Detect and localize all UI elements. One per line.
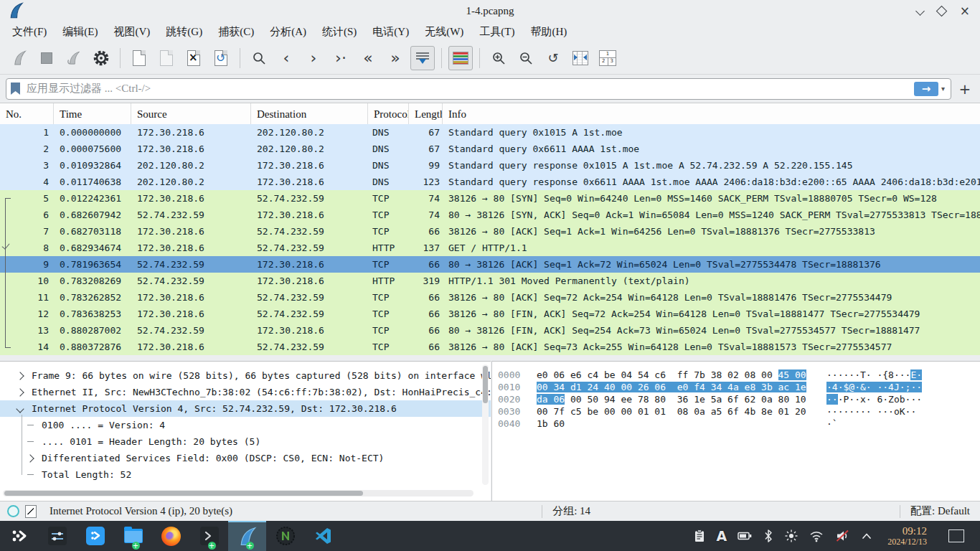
detail-row-ipv4-selected[interactable]: Internet Protocol Version 4, Src: 52.74.… [0, 400, 491, 417]
column-header-info[interactable]: Info [443, 103, 980, 125]
detail-row-total-length[interactable]: Total Length: 52 [0, 466, 491, 483]
clock[interactable]: 09:12 2024/12/13 [887, 526, 927, 546]
colorize-button[interactable] [448, 46, 473, 70]
expander-icon[interactable] [26, 454, 34, 462]
expander-icon[interactable] [16, 405, 24, 413]
filter-dropdown-caret-icon[interactable]: ▾ [941, 85, 945, 93]
packet-row-12[interactable]: 120.783638253172.30.218.652.74.232.59TCP… [0, 306, 980, 322]
menu-view[interactable]: 视图(V) [106, 22, 159, 41]
go-back-button[interactable]: ‹ [274, 46, 298, 70]
packet-row-7[interactable]: 70.682703118172.30.218.652.74.232.59TCP6… [0, 223, 980, 240]
detail-row-header-length[interactable]: .... 0101 = Header Length: 20 bytes (5) [0, 433, 491, 450]
menu-file[interactable]: 文件(F) [4, 22, 55, 41]
layout-button[interactable]: 1 23 [595, 46, 620, 70]
app-launcher-button[interactable] [0, 521, 38, 551]
go-to-packet-button[interactable]: ›· [329, 46, 353, 70]
go-forward-button[interactable]: › [301, 46, 326, 70]
settings-button[interactable] [38, 521, 76, 551]
menu-capture[interactable]: 捕获(C) [210, 22, 262, 41]
hex-row[interactable]: 003000 7f c5 be 00 00 01 01 08 0a a5 6f … [492, 405, 980, 418]
wireshark-task-button[interactable]: + [228, 521, 266, 551]
wifi-icon[interactable] [809, 529, 824, 543]
discover-button[interactable] [76, 521, 114, 551]
close-file-button[interactable]: × [182, 46, 206, 70]
zoom-out-button[interactable] [514, 46, 538, 70]
close-button[interactable]: × [960, 5, 970, 17]
hex-row[interactable]: 00401b 60·` [492, 418, 980, 430]
packet-row-10[interactable]: 100.78320826952.74.232.59172.30.218.6HTT… [0, 273, 980, 289]
expert-info-icon[interactable] [7, 505, 19, 517]
save-file-button[interactable] [154, 46, 179, 70]
find-packet-button[interactable] [247, 46, 271, 70]
packet-row-5[interactable]: 50.012242361172.30.218.652.74.232.59TCP7… [0, 190, 980, 207]
column-header-time[interactable]: Time [54, 103, 131, 125]
packet-row-8[interactable]: 80.682934674172.30.218.652.74.232.59HTTP… [0, 240, 980, 256]
packet-row-9-selected[interactable]: 90.78196365452.74.232.59172.30.218.6TCP6… [0, 256, 980, 273]
brightness-icon[interactable] [784, 529, 798, 543]
tray-expand-chevron-icon[interactable] [860, 529, 873, 542]
menu-help[interactable]: 帮助(H) [522, 22, 575, 41]
zoom-reset-button[interactable]: ↺ [541, 46, 565, 70]
clipboard-icon[interactable] [692, 529, 707, 543]
maximize-button[interactable] [936, 5, 947, 17]
packet-row-13[interactable]: 130.88028700252.74.232.59172.30.218.6TCP… [0, 322, 980, 339]
auto-scroll-button[interactable] [410, 46, 435, 70]
hex-row[interactable]: 0020da 06 00 50 94 ee 78 80 36 1e 5a 6f … [492, 393, 980, 405]
expander-icon[interactable] [16, 372, 24, 380]
add-filter-button[interactable]: + [956, 80, 974, 98]
column-header-no[interactable]: No. [0, 103, 54, 125]
bluetooth-icon[interactable] [763, 529, 774, 543]
detail-row-ethernet[interactable]: Ethernet II, Src: NewH3CTechno_7b:38:02 … [0, 384, 491, 400]
reload-file-button[interactable]: ↺ [209, 46, 233, 70]
show-desktop-button[interactable] [948, 529, 964, 542]
input-method-indicator[interactable]: A [717, 528, 727, 544]
bookmark-icon[interactable] [11, 83, 20, 95]
hex-row[interactable]: 0000e0 06 e6 c4 be 04 54 c6 ff 7b 38 02 … [492, 369, 980, 381]
terminal-button[interactable]: + [190, 521, 228, 551]
detail-row-frame[interactable]: Frame 9: 66 bytes on wire (528 bits), 66… [0, 367, 491, 384]
vscode-button[interactable] [304, 521, 342, 551]
column-header-destination[interactable]: Destination [251, 103, 368, 125]
battery-icon[interactable] [737, 529, 753, 543]
packet-row-1[interactable]: 10.000000000172.30.218.6202.120.80.2DNS6… [0, 124, 980, 141]
muted-volume-icon[interactable] [834, 529, 850, 543]
column-header-length[interactable]: Length [409, 103, 443, 125]
firefox-button[interactable] [152, 521, 190, 551]
menu-wireless[interactable]: 无线(W) [417, 22, 471, 41]
detail-row-version[interactable]: 0100 .... = Version: 4 [0, 417, 491, 433]
apply-filter-button[interactable]: → [914, 82, 938, 96]
packet-row-14[interactable]: 140.880372876172.30.218.652.74.232.59TCP… [0, 339, 980, 355]
hex-row[interactable]: 001000 34 d1 24 40 00 26 06 e0 f4 34 4a … [492, 381, 980, 393]
restart-capture-button[interactable] [62, 46, 86, 70]
packet-row-2[interactable]: 20.000075600172.30.218.6202.120.80.2DNS6… [0, 141, 980, 157]
menu-go[interactable]: 跳转(G) [158, 22, 210, 41]
file-manager-button[interactable]: + [114, 521, 152, 551]
zoom-in-button[interactable] [486, 46, 511, 70]
menu-statistics[interactable]: 统计(S) [314, 22, 364, 41]
packet-row-6[interactable]: 60.68260794252.74.232.59172.30.218.6TCP7… [0, 207, 980, 223]
neovim-button[interactable] [266, 521, 304, 551]
display-filter-field[interactable]: → ▾ [6, 78, 951, 100]
detail-vertical-scrollbar[interactable] [482, 364, 489, 485]
resize-columns-button[interactable] [568, 46, 593, 70]
packet-row-11[interactable]: 110.783262852172.30.218.652.74.232.59TCP… [0, 289, 980, 306]
column-header-protocol[interactable]: Protocol [368, 103, 409, 125]
capture-options-button[interactable] [89, 46, 113, 70]
packet-row-4[interactable]: 40.011740638202.120.80.2172.30.218.6DNS1… [0, 174, 980, 190]
menu-analyze[interactable]: 分析(A) [262, 22, 314, 41]
open-file-button[interactable] [127, 46, 151, 70]
expander-icon[interactable] [16, 388, 24, 396]
start-capture-button[interactable] [7, 46, 32, 70]
capture-comment-icon[interactable] [25, 505, 37, 518]
display-filter-input[interactable] [25, 82, 914, 95]
menu-tools[interactable]: 工具(T) [471, 22, 522, 41]
profile-status[interactable]: 配置: Default [910, 504, 970, 518]
menu-telephony[interactable]: 电话(Y) [364, 22, 417, 41]
column-header-source[interactable]: Source [131, 103, 251, 125]
detail-horizontal-scrollbar[interactable] [3, 490, 473, 496]
first-packet-button[interactable]: « [356, 46, 380, 70]
minimize-button[interactable] [917, 4, 923, 17]
menu-edit[interactable]: 编辑(E) [55, 22, 105, 41]
detail-row-dsfield[interactable]: Differentiated Services Field: 0x00 (DSC… [0, 450, 491, 466]
packet-row-3[interactable]: 30.010932864202.120.80.2172.30.218.6DNS9… [0, 157, 980, 174]
